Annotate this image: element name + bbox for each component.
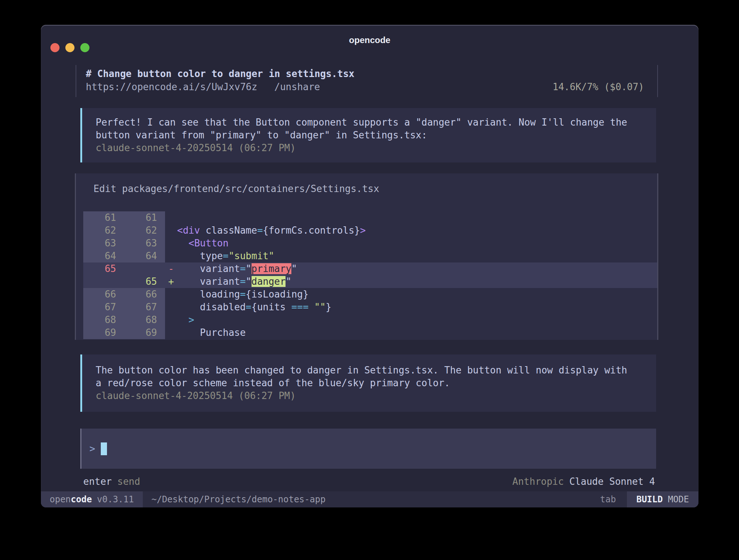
opencode-window: opencode # Change button color to danger… bbox=[41, 25, 698, 507]
app-name-prefix: open bbox=[50, 494, 71, 505]
message-model-timestamp: claude-sonnet-4-20250514 (06:27 PM) bbox=[96, 142, 649, 154]
model-name: Claude Sonnet 4 bbox=[569, 476, 655, 487]
prompt-input[interactable]: > bbox=[80, 429, 656, 469]
diff-row: 6262<div className={formCs.controls}> bbox=[83, 224, 657, 237]
app-version: v0.3.11 bbox=[97, 494, 134, 505]
diff-row: 6969 Purchase bbox=[83, 326, 657, 339]
edit-file-path: Edit packages/frontend/src/containers/Se… bbox=[76, 182, 657, 195]
send-hint: entersend bbox=[83, 475, 140, 488]
diff-row: 6666 loading={isLoading} bbox=[83, 288, 657, 301]
diff-row: 65- variant="primary" bbox=[83, 262, 657, 275]
text-cursor bbox=[101, 442, 107, 455]
status-left: opencodev0.3.11 ~/Desktop/Projects/demo-… bbox=[41, 491, 326, 507]
provider-name: Anthropic bbox=[512, 476, 564, 487]
edit-tool-card: Edit packages/frontend/src/containers/Se… bbox=[75, 173, 658, 340]
diff-row: 6767 disabled={units === ""} bbox=[83, 301, 657, 314]
diff-row: 6161 bbox=[83, 211, 657, 224]
enter-key-hint: enter bbox=[83, 476, 112, 487]
status-right: tab BUILDMODE bbox=[600, 491, 698, 507]
working-directory: ~/Desktop/Projects/demo-notes-app bbox=[152, 491, 326, 507]
assistant-message-2: The button color has been changed to dan… bbox=[80, 354, 656, 412]
diff-row: 6464 type="submit" bbox=[83, 250, 657, 262]
app-version-badge: opencodev0.3.11 bbox=[41, 491, 143, 507]
tab-key-hint: tab bbox=[600, 491, 616, 507]
message-model-timestamp: claude-sonnet-4-20250514 (06:27 PM) bbox=[96, 390, 649, 402]
window-title: opencode bbox=[41, 35, 698, 45]
message-text: button variant from "primary" to "danger… bbox=[96, 129, 649, 142]
screen: opencode # Change button color to danger… bbox=[0, 0, 739, 560]
mode-label: MODE bbox=[668, 494, 689, 505]
titlebar: opencode bbox=[41, 25, 698, 56]
model-indicator: AnthropicClaude Sonnet 4 bbox=[512, 475, 655, 488]
diff-row: 6868 > bbox=[83, 314, 657, 326]
hints-row: entersend AnthropicClaude Sonnet 4 bbox=[83, 475, 655, 488]
message-text: Perfect! I can see that the Button compo… bbox=[96, 116, 649, 129]
share-url-link[interactable]: https://opencode.ai/s/UwJxv76z bbox=[86, 81, 257, 92]
message-text: The button color has been changed to dan… bbox=[96, 364, 649, 377]
send-label: send bbox=[117, 476, 140, 487]
diff-table: 61616262<div className={formCs.controls}… bbox=[76, 211, 657, 339]
status-bar: opencodev0.3.11 ~/Desktop/Projects/demo-… bbox=[41, 491, 698, 507]
token-usage: 14.6K/7% ($0.07) bbox=[553, 80, 644, 93]
assistant-message-1: Perfect! I can see that the Button compo… bbox=[80, 108, 656, 162]
diff-row: 65+ variant="danger" bbox=[83, 275, 657, 288]
session-title: # Change button color to danger in setti… bbox=[86, 67, 644, 80]
share-row: https://opencode.ai/s/UwJxv76z /unshare bbox=[86, 80, 320, 93]
session-subheader: https://opencode.ai/s/UwJxv76z /unshare … bbox=[86, 80, 644, 93]
mode-name: BUILD bbox=[636, 494, 663, 505]
prompt-symbol: > bbox=[89, 443, 95, 454]
session-header: # Change button color to danger in setti… bbox=[76, 65, 658, 97]
unshare-command[interactable]: /unshare bbox=[274, 81, 320, 92]
mode-badge[interactable]: BUILDMODE bbox=[627, 491, 698, 507]
diff-row: 6363 <Button bbox=[83, 237, 657, 250]
app-name-suffix: code bbox=[71, 494, 92, 505]
message-text: a red/rose color scheme instead of the b… bbox=[96, 377, 649, 390]
